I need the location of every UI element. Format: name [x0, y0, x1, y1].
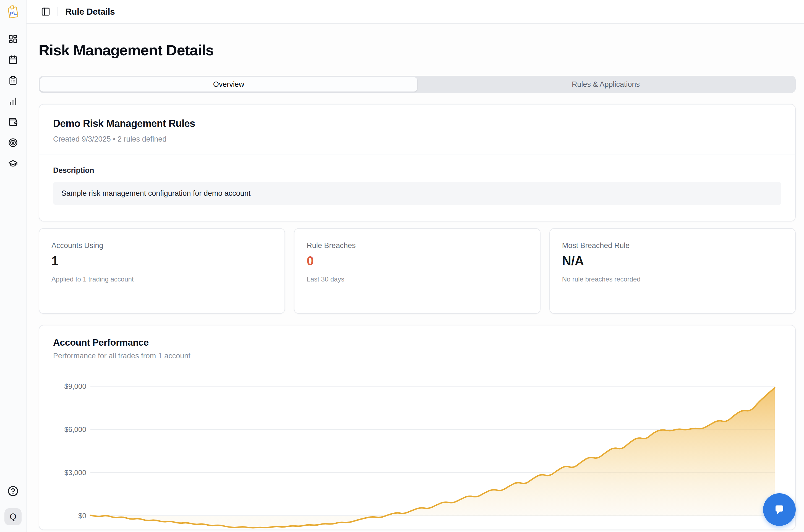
sidebar-item-education[interactable] — [8, 159, 18, 168]
stat-value: N/A — [562, 253, 783, 268]
sidebar-item-analytics[interactable] — [8, 96, 18, 106]
sidebar: PL — [0, 0, 26, 532]
rule-meta: Created 9/3/2025 • 2 rules defined — [53, 135, 781, 144]
chat-bubble-icon — [771, 501, 788, 518]
stat-value: 0 — [307, 253, 528, 268]
rule-summary-card: Demo Risk Management Rules Created 9/3/2… — [39, 104, 796, 222]
stat-card-rule-breaches: Rule Breaches 0 Last 30 days — [294, 228, 540, 314]
chat-launcher-button[interactable] — [763, 493, 796, 526]
stat-label: Accounts Using — [52, 241, 272, 250]
description-value: Sample risk management configuration for… — [53, 182, 781, 205]
stat-subtext: No rule breaches recorded — [562, 276, 783, 283]
area-chart: $9,000$6,000$3,000$0 — [50, 380, 786, 530]
stat-label: Rule Breaches — [307, 241, 528, 250]
y-axis-tick-label: $3,000 — [64, 469, 86, 477]
page-title: Risk Management Details — [39, 41, 796, 59]
stat-label: Most Breached Rule — [562, 241, 783, 250]
header-divider — [58, 7, 58, 16]
sidebar-item-calendar[interactable] — [8, 55, 18, 64]
target-icon — [8, 138, 18, 147]
stats-row: Accounts Using 1 Applied to 1 trading ac… — [39, 228, 796, 314]
help-button[interactable] — [7, 486, 19, 497]
stat-subtext: Last 30 days — [307, 276, 528, 283]
description-label: Description — [53, 166, 781, 175]
user-avatar[interactable]: Q — [4, 508, 22, 525]
tab-rules-applications[interactable]: Rules & Applications — [417, 77, 794, 92]
stat-card-most-breached: Most Breached Rule N/A No rule breaches … — [549, 228, 796, 314]
main-content: Risk Management Details Overview Rules &… — [26, 24, 804, 532]
y-axis-tick-label: $6,000 — [64, 425, 86, 434]
tablist: Overview Rules & Applications — [39, 76, 796, 93]
sidebar-toggle-button[interactable] — [41, 7, 50, 16]
sidebar-nav — [8, 34, 18, 168]
tab-overview[interactable]: Overview — [40, 77, 417, 92]
wallet-icon — [8, 117, 18, 127]
graduation-cap-icon — [8, 159, 18, 168]
clipboard-logo-icon: PL — [5, 4, 20, 19]
rule-card-body: Description Sample risk management confi… — [39, 155, 795, 205]
performance-chart-area: $9,000$6,000$3,000$0 — [39, 370, 795, 530]
performance-card-header: Account Performance Performance for all … — [39, 325, 795, 370]
app-logo[interactable]: PL — [5, 4, 20, 20]
sidebar-item-dashboard[interactable] — [8, 34, 18, 44]
stat-card-accounts-using: Accounts Using 1 Applied to 1 trading ac… — [39, 228, 285, 314]
top-header: Rule Details — [26, 0, 804, 24]
y-axis-tick-label: $0 — [78, 512, 86, 520]
performance-title: Account Performance — [53, 337, 781, 348]
performance-subtitle: Performance for all trades from 1 accoun… — [53, 352, 781, 360]
sidebar-bottom: Q — [4, 486, 22, 525]
help-circle-icon — [7, 486, 19, 497]
y-axis-tick-label: $9,000 — [64, 382, 86, 391]
sidebar-item-journal[interactable] — [8, 76, 18, 85]
sidebar-item-risk-rules[interactable] — [8, 138, 18, 147]
clipboard-list-icon — [8, 76, 18, 85]
account-performance-card: Account Performance Performance for all … — [39, 325, 796, 530]
rule-name: Demo Risk Management Rules — [53, 118, 781, 129]
stat-value: 1 — [52, 253, 272, 268]
dashboard-icon — [8, 34, 18, 44]
calendar-icon — [8, 55, 18, 64]
stat-subtext: Applied to 1 trading account — [52, 276, 272, 283]
bar-chart-icon — [8, 96, 18, 106]
logo-text: PL — [9, 10, 17, 17]
rule-card-header: Demo Risk Management Rules Created 9/3/2… — [39, 104, 795, 155]
panel-left-icon — [41, 7, 50, 16]
sidebar-item-accounts[interactable] — [8, 117, 18, 127]
breadcrumb-title: Rule Details — [65, 7, 115, 17]
